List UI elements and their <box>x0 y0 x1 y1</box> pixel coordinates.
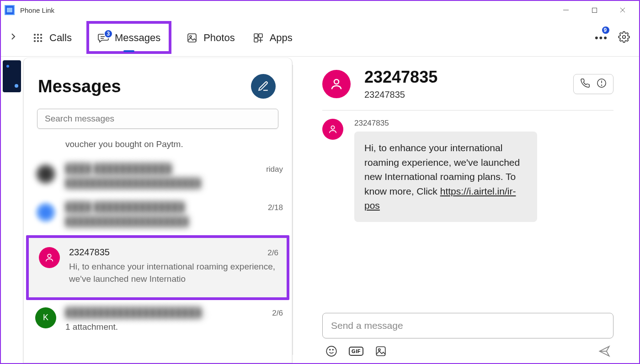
nav-expand-button[interactable] <box>9 30 17 46</box>
image-button[interactable] <box>374 345 387 358</box>
thread-preview: ██████████████████████ <box>65 177 283 190</box>
conversation-pane: 23247835 23247835 23247835 Hi, to enhanc <box>293 57 639 363</box>
messages-icon: 3 <box>97 32 109 44</box>
compose-button[interactable] <box>251 74 276 99</box>
svg-point-26 <box>331 126 334 129</box>
close-button[interactable] <box>613 3 632 17</box>
tab-messages[interactable]: 3 Messages <box>86 21 171 54</box>
thread-item-selected[interactable]: 23247835 2/6 Hi, to enhance your interna… <box>26 235 289 300</box>
svg-point-27 <box>326 346 336 356</box>
thread-item[interactable]: K █████████████████████ . 2/6 1 attachme… <box>23 301 292 340</box>
avatar <box>35 202 56 223</box>
svg-point-6 <box>41 34 42 35</box>
thread-date: riday <box>266 165 283 174</box>
thread-name: ████ ██████████████ <box>65 202 185 212</box>
svg-point-16 <box>190 36 192 37</box>
emoji-button[interactable] <box>325 345 338 358</box>
maximize-button[interactable] <box>585 3 603 17</box>
info-button[interactable] <box>597 78 607 90</box>
thread-name: 23247835 <box>69 247 110 258</box>
gif-button[interactable]: GIF <box>350 345 363 358</box>
thread-preview: Hi, to enhance your international roamin… <box>69 260 278 285</box>
snippet-text: voucher you bought on Paytm. <box>65 138 283 151</box>
thread-date: 2/6 <box>267 248 278 258</box>
tab-photos[interactable]: Photos <box>183 27 238 48</box>
tab-photos-label: Photos <box>203 32 235 44</box>
message-row: 23247835 Hi, to enhance your internation… <box>322 119 613 222</box>
notifications-badge: 9 <box>601 26 610 35</box>
notifications-button[interactable]: ••• 9 <box>593 30 610 46</box>
svg-point-31 <box>379 349 380 351</box>
svg-point-4 <box>34 34 36 35</box>
svg-rect-18 <box>259 34 262 37</box>
message-input-placeholder: Send a message <box>331 320 403 331</box>
message-input[interactable]: Send a message <box>322 313 613 338</box>
photos-icon <box>186 32 198 44</box>
svg-point-5 <box>37 34 39 35</box>
tab-calls-label: Calls <box>49 32 72 44</box>
settings-button[interactable] <box>618 31 630 45</box>
svg-point-7 <box>34 37 36 38</box>
send-button[interactable] <box>598 345 611 358</box>
svg-point-29 <box>332 349 333 350</box>
tab-apps-label: Apps <box>270 32 293 44</box>
messages-heading: Messages <box>38 77 121 96</box>
call-button[interactable] <box>580 78 590 90</box>
contact-name: 23247835 <box>364 68 437 87</box>
thread-item[interactable]: ████ ██████████████ 2/18 ███████████████… <box>23 195 292 234</box>
avatar <box>39 247 60 268</box>
thread-date: 2/6 <box>272 309 283 318</box>
svg-point-28 <box>330 349 331 350</box>
contact-subtitle: 23247835 <box>364 90 437 100</box>
dialpad-icon <box>32 32 44 44</box>
svg-point-12 <box>41 40 42 42</box>
thread-preview: 1 attachment. <box>65 321 283 333</box>
app-icon <box>5 5 15 15</box>
main-nav: Calls 3 Messages Photos Apps ••• 9 <box>1 19 639 57</box>
thread-item[interactable]: ████ ████████████ riday ████████████████… <box>23 157 292 196</box>
thread-name: █████████████████████ . <box>65 307 207 318</box>
thread-snippet[interactable]: voucher you bought on Paytm. <box>23 135 292 157</box>
sender-avatar <box>322 119 343 140</box>
svg-rect-1 <box>592 8 597 12</box>
svg-rect-30 <box>376 347 385 356</box>
sender-name: 23247835 <box>354 119 537 128</box>
contact-avatar <box>322 70 351 98</box>
message-bubble: Hi, to enhance your international roamin… <box>354 132 537 222</box>
phone-thumbnail[interactable] <box>1 57 23 363</box>
tab-apps[interactable]: Apps <box>250 27 295 48</box>
message-list-pane: Messages voucher you bought on Paytm. ██… <box>23 58 293 363</box>
svg-point-20 <box>623 35 626 38</box>
app-title: Phone Link <box>20 6 54 14</box>
contact-actions <box>573 74 613 94</box>
minimize-button[interactable] <box>557 3 575 17</box>
avatar: K <box>35 307 56 328</box>
avatar <box>35 164 56 185</box>
svg-rect-15 <box>188 34 196 42</box>
svg-point-21 <box>48 254 51 257</box>
thread-name: ████ ████████████ <box>65 164 171 174</box>
svg-point-10 <box>34 40 36 42</box>
tab-messages-label: Messages <box>115 32 160 44</box>
svg-point-22 <box>334 79 339 84</box>
svg-point-8 <box>37 37 39 38</box>
svg-point-25 <box>601 85 602 85</box>
svg-point-11 <box>37 40 39 42</box>
messages-badge: 3 <box>104 29 113 38</box>
svg-point-9 <box>41 37 42 38</box>
apps-icon <box>252 32 264 44</box>
title-bar: Phone Link <box>1 1 639 19</box>
svg-rect-17 <box>254 34 258 37</box>
tab-calls[interactable]: Calls <box>29 27 75 48</box>
svg-rect-19 <box>254 38 258 42</box>
thread-date: 2/18 <box>268 203 283 212</box>
thread-preview: ████████████████████ <box>65 215 283 228</box>
search-input[interactable] <box>37 109 278 129</box>
